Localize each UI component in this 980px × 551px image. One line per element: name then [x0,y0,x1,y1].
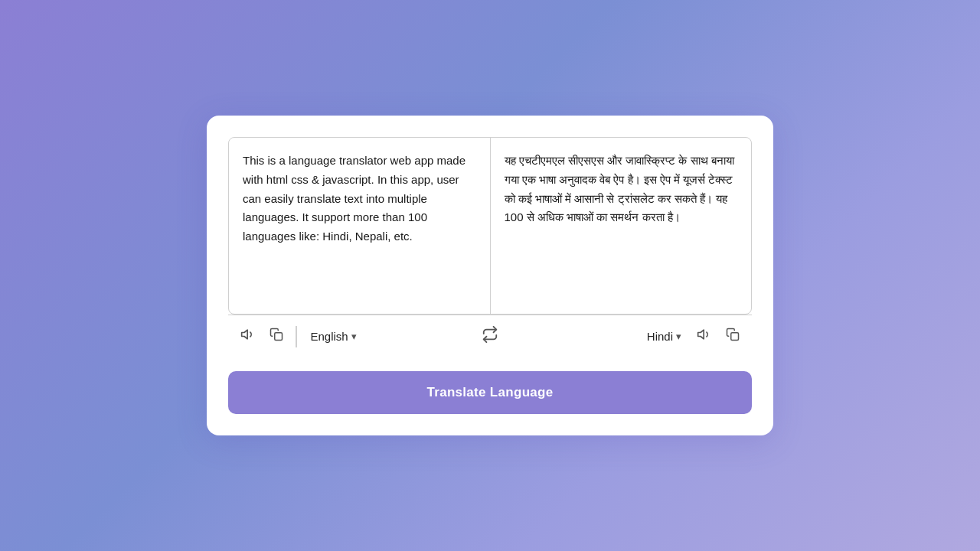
swap-languages-button[interactable] [474,321,506,351]
left-divider [296,326,297,347]
swap-icon [482,326,498,347]
source-chevron-down-icon: ▾ [351,331,357,342]
svg-rect-3 [731,333,739,341]
svg-marker-0 [242,330,248,339]
source-language-label: English [311,330,348,343]
translated-text-panel: यह एचटीएमएल सीएसएस और जावास्क्रिप्ट के स… [491,138,752,314]
svg-rect-1 [275,333,283,341]
target-language-label: Hindi [647,330,673,343]
target-volume-icon [697,327,712,346]
svg-marker-2 [698,330,704,339]
source-text-panel: This is a language translator web app ma… [229,138,491,314]
translated-text: यह एचटीएमएल सीएसएस और जावास्क्रिप्ट के स… [505,154,734,223]
volume-icon [240,327,256,346]
translation-box: This is a language translator web app ma… [228,137,752,315]
center-swap-area [471,321,509,351]
translate-button[interactable]: Translate Language [228,371,752,414]
right-controls: Hindi ▾ [509,322,752,350]
target-language-selector[interactable]: Hindi ▾ [639,327,689,346]
copy-icon [270,328,283,345]
target-chevron-down-icon: ▾ [676,331,681,342]
target-volume-button[interactable] [691,322,718,350]
target-copy-button[interactable] [720,323,746,350]
source-language-selector[interactable]: English ▾ [303,327,364,346]
source-volume-button[interactable] [234,322,262,350]
left-controls: English ▾ [228,322,471,350]
translator-card: This is a language translator web app ma… [207,116,773,435]
source-text: This is a language translator web app ma… [243,154,466,243]
source-copy-button[interactable] [263,323,289,350]
target-copy-icon [726,328,740,345]
controls-row: English ▾ Hindi ▾ [228,315,752,357]
